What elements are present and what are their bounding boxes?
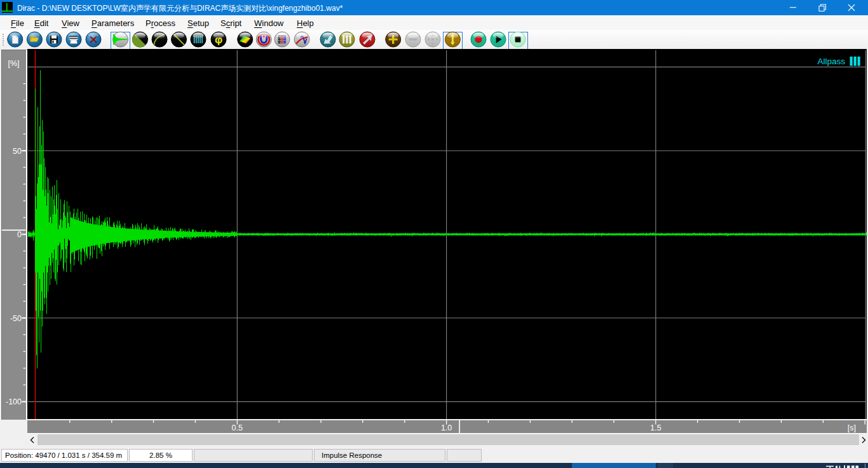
svg-text:[s]: [s]: [848, 423, 856, 432]
svg-text:1.0: 1.0: [441, 423, 452, 432]
svg-text:-100: -100: [6, 397, 22, 406]
svg-text:0.5: 0.5: [232, 423, 243, 432]
svg-text:1.5: 1.5: [650, 423, 661, 432]
svg-text:-50: -50: [10, 314, 22, 323]
svg-text:[%]: [%]: [8, 59, 19, 68]
svg-text:0: 0: [17, 230, 22, 239]
svg-text:50: 50: [13, 147, 22, 156]
svg-text:Allpass: Allpass: [817, 57, 845, 66]
